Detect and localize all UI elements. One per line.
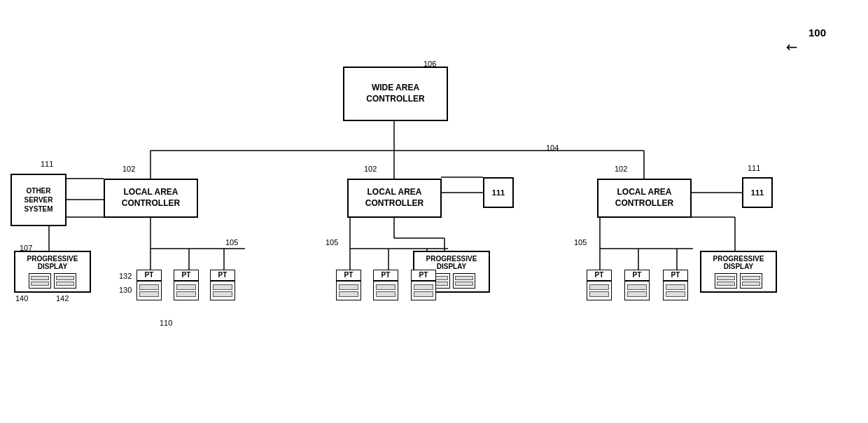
lac1-box: LOCAL AREACONTROLLER — [104, 179, 198, 218]
pt-group-2b: PT — [373, 270, 398, 300]
figure-number: 100 — [808, 27, 826, 39]
pt-label-1b: PT — [174, 270, 199, 281]
prog-screen-2b — [453, 273, 475, 289]
figure-arrow: ↙ — [782, 37, 802, 57]
pt-row — [589, 291, 609, 297]
prog-row — [742, 276, 760, 280]
prog-display-lac3-screens — [706, 273, 771, 289]
pt-group-1a: PT — [136, 270, 162, 300]
ref-106: 106 — [424, 60, 436, 68]
pt-row — [339, 291, 358, 297]
pt-label-3c: PT — [663, 270, 688, 281]
ref-111c: 111 — [748, 164, 760, 172]
lac3-label: LOCAL AREACONTROLLER — [615, 187, 673, 209]
prog-display-lac1-screens — [20, 273, 85, 289]
prog-screen-3b — [740, 273, 762, 289]
pt-screen-1b — [174, 281, 199, 300]
prog-row — [455, 282, 473, 286]
prog-display-lac3: PROGRESSIVEDISPLAY — [700, 251, 777, 293]
server-111-right-box: 111 — [742, 177, 773, 208]
pt-label-1a: PT — [136, 270, 162, 281]
ref-110: 110 — [160, 319, 172, 327]
prog-screen-1b — [54, 273, 76, 289]
prog-row — [31, 276, 49, 280]
pt-screen-3a — [587, 281, 612, 300]
pt-label-2b: PT — [373, 270, 398, 281]
ref-140: 140 — [15, 294, 28, 303]
pt-row — [414, 284, 433, 290]
ref-105c: 105 — [574, 238, 587, 247]
wide-area-controller-label: WIDE AREACONTROLLER — [366, 83, 424, 104]
lac2-box: LOCAL AREACONTROLLER — [347, 179, 442, 218]
pt-screen-3b — [624, 281, 650, 300]
prog-row — [455, 276, 473, 280]
pt-row — [414, 291, 433, 297]
other-server-label: OTHERSERVERSYSTEM — [24, 186, 52, 214]
pt-row — [627, 284, 647, 290]
pt-row — [139, 284, 159, 290]
other-server-box: OTHERSERVERSYSTEM — [10, 174, 66, 226]
pt-group-3c: PT — [663, 270, 688, 300]
pt-group-1b: PT — [174, 270, 199, 300]
ref-104: 104 — [546, 144, 559, 152]
ref-105a: 105 — [225, 238, 238, 247]
prog-row — [717, 276, 735, 280]
server-111-mid-label: 111 — [492, 188, 505, 197]
prog-row — [742, 282, 760, 286]
ref-142: 142 — [56, 294, 69, 303]
server-111-mid-box: 111 — [483, 177, 514, 208]
pt-group-2a: PT — [336, 270, 361, 300]
prog-row — [31, 282, 49, 286]
pt-row — [666, 284, 685, 290]
pt-row — [176, 291, 196, 297]
pt-row — [376, 291, 396, 297]
pt-row — [589, 284, 609, 290]
pt-row — [176, 284, 196, 290]
pt-row — [627, 291, 647, 297]
ref-132: 132 — [119, 272, 132, 280]
pt-group-3b: PT — [624, 270, 650, 300]
pt-row — [339, 284, 358, 290]
lac2-label: LOCAL AREACONTROLLER — [365, 187, 424, 209]
pt-label-3b: PT — [624, 270, 650, 281]
pt-row — [376, 284, 396, 290]
pt-label-1c: PT — [210, 270, 235, 281]
ref-102a: 102 — [122, 165, 135, 173]
pt-screen-2c — [411, 281, 436, 300]
pt-label-2a: PT — [336, 270, 361, 281]
lac3-box: LOCAL AREACONTROLLER — [597, 179, 692, 218]
pt-screen-3c — [663, 281, 688, 300]
pt-row — [139, 291, 159, 297]
prog-display-lac1: PROGRESSIVEDISPLAY — [14, 251, 91, 293]
pt-label-2c: PT — [411, 270, 436, 281]
prog-row — [56, 276, 74, 280]
pt-row — [213, 284, 232, 290]
pt-group-1c: PT — [210, 270, 235, 300]
pt-group-2c: PT — [411, 270, 436, 300]
pt-label-3a: PT — [587, 270, 612, 281]
prog-display-lac1-label: PROGRESSIVEDISPLAY — [20, 255, 85, 270]
ref-130: 130 — [119, 286, 132, 294]
prog-screen-3a — [715, 273, 737, 289]
prog-row — [717, 282, 735, 286]
lac1-label: LOCAL AREACONTROLLER — [122, 187, 180, 209]
pt-screen-1a — [136, 281, 162, 300]
pt-row — [213, 291, 232, 297]
pt-row — [666, 291, 685, 297]
pt-screen-2b — [373, 281, 398, 300]
ref-102b: 102 — [364, 165, 377, 173]
ref-111a: 111 — [41, 160, 53, 168]
pt-screen-1c — [210, 281, 235, 300]
server-111-right-label: 111 — [751, 188, 764, 197]
pt-screen-2a — [336, 281, 361, 300]
prog-display-lac3-label: PROGRESSIVEDISPLAY — [706, 255, 771, 270]
ref-102c: 102 — [615, 165, 627, 173]
pt-group-3a: PT — [587, 270, 612, 300]
prog-row — [56, 282, 74, 286]
ref-105b: 105 — [326, 238, 338, 247]
diagram: 100 ↙ WIDE AREACONTROLLER 106 104 LOCAL … — [0, 0, 868, 423]
prog-display-lac2-label: PROGRESSIVEDISPLAY — [419, 255, 484, 270]
wide-area-controller-box: WIDE AREACONTROLLER — [343, 67, 448, 121]
prog-screen-1a — [29, 273, 51, 289]
